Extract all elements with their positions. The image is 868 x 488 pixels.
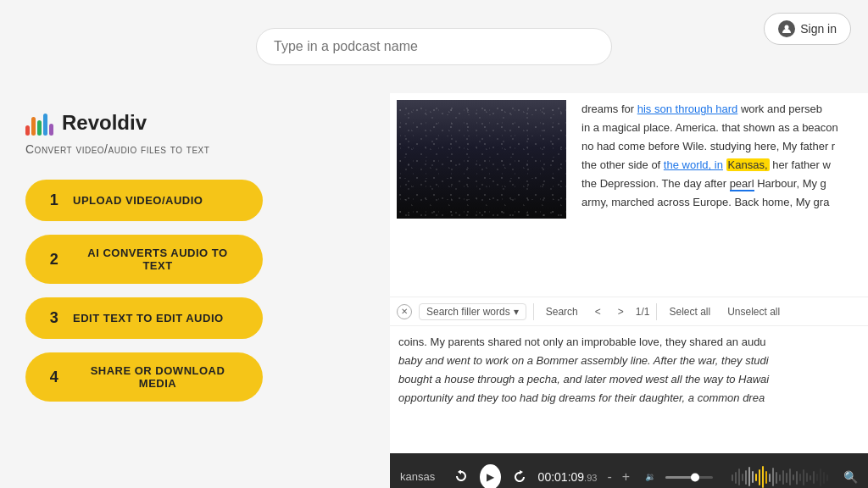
step-4-button[interactable]: 4 SHARE OR DOWNLOAD MEDIA — [25, 352, 263, 402]
transcript-italic-3: opportunity and they too had big dreams … — [398, 391, 765, 404]
transcript-line-1b: work and perseb — [737, 103, 822, 115]
result-counter: 1/1 — [636, 306, 650, 318]
step-2-label: AI CONVERTS AUDIO TO TEXT — [73, 247, 242, 272]
transcript-kansas: Kansas, — [726, 158, 770, 171]
step-4-label: SHARE OR DOWNLOAD MEDIA — [73, 364, 242, 390]
transcript-italic-2: bought a house through a pecha, and late… — [398, 373, 769, 385]
crowd-image — [397, 100, 566, 219]
step-3-label: EDIT TEXT TO EDIT AUDIO — [73, 312, 224, 324]
account-icon — [778, 20, 795, 37]
transcript-link-2: the world, in — [664, 158, 723, 171]
transcript-pearl: pearl — [730, 177, 754, 191]
svg-rect-23 — [796, 471, 798, 485]
rewind-button[interactable] — [453, 467, 470, 487]
svg-rect-18 — [779, 474, 781, 481]
svg-rect-12 — [759, 469, 760, 485]
sign-in-label: Sign in — [800, 22, 837, 36]
audio-track-label: kansas — [400, 470, 442, 483]
svg-rect-28 — [813, 471, 815, 484]
step-2-num: 2 — [46, 251, 63, 269]
svg-rect-16 — [772, 468, 774, 486]
prev-result-button[interactable]: < — [590, 304, 606, 319]
filler-dropdown-arrow: ▾ — [514, 306, 519, 318]
volume-controls: 🔉 — [640, 467, 715, 487]
more-transcript: coins. My parents shared not only an imp… — [390, 326, 868, 453]
logo: Revoldiv — [25, 110, 364, 136]
svg-rect-22 — [793, 474, 794, 480]
svg-rect-26 — [806, 473, 808, 482]
volume-down-button[interactable]: 🔉 — [640, 467, 660, 487]
play-pause-button[interactable]: ▶ — [480, 464, 501, 489]
svg-rect-10 — [752, 471, 754, 483]
search-icon-audio: 🔍 — [843, 470, 858, 484]
video-bg — [397, 100, 566, 219]
next-result-button[interactable]: > — [613, 304, 629, 319]
transcript-line-1: dreams for — [581, 103, 637, 115]
transcript-link-1: his son through hard — [637, 103, 738, 115]
svg-rect-30 — [820, 469, 821, 486]
transcript-display: dreams for his son through hard work and… — [573, 93, 868, 297]
svg-rect-8 — [745, 470, 747, 485]
logo-icon — [25, 110, 53, 136]
step-1-num: 1 — [46, 191, 63, 209]
svg-rect-24 — [799, 474, 801, 481]
svg-rect-13 — [762, 466, 764, 488]
toolbar-divider-1 — [533, 303, 534, 320]
svg-point-0 — [785, 25, 789, 30]
current-time-display: 00:01:09.93 — [538, 470, 598, 484]
step-4-num: 4 — [46, 369, 63, 386]
svg-rect-7 — [742, 474, 743, 481]
close-search-button[interactable]: ✕ — [397, 304, 412, 319]
header: Sign in — [0, 0, 868, 93]
step-3-num: 3 — [46, 309, 63, 327]
transcript-italic-label: coins. My parents shared not only an imp… — [398, 336, 766, 348]
svg-rect-31 — [823, 472, 825, 484]
svg-rect-14 — [765, 471, 767, 484]
svg-rect-15 — [769, 474, 771, 482]
svg-rect-29 — [816, 474, 818, 481]
logo-text: Revoldiv — [62, 111, 147, 135]
step-2-button[interactable]: 2 AI CONVERTS AUDIO TO TEXT — [25, 235, 263, 284]
tagline: Convert video/audio files to text — [25, 142, 364, 156]
podcast-search-input[interactable] — [256, 28, 612, 65]
transcript-line-2: in a magical place. America. that shown … — [581, 121, 838, 134]
svg-rect-11 — [755, 474, 757, 481]
volume-slider[interactable] — [664, 469, 715, 485]
transcript-italic-1: baby and went to work on a Bommer assemb… — [398, 354, 769, 367]
svg-point-3 — [691, 473, 699, 481]
transcript-line-5b: Harbour, My g — [754, 177, 826, 190]
transcript-line-5: the Depression. The day after — [581, 177, 730, 190]
svg-rect-6 — [738, 469, 740, 485]
svg-rect-5 — [735, 472, 737, 484]
filler-words-dropdown[interactable]: Search filler words ▾ — [419, 303, 526, 320]
video-thumbnail — [397, 100, 566, 219]
fast-forward-button[interactable] — [511, 467, 528, 487]
select-all-button[interactable]: Select all — [664, 304, 715, 319]
toolbar-divider-2 — [656, 303, 657, 320]
svg-rect-32 — [826, 474, 828, 481]
audio-waveform — [732, 462, 830, 488]
text-area: dreams for his son through hard work and… — [390, 93, 868, 297]
right-panel: dreams for his son through hard work and… — [390, 93, 868, 488]
sign-in-button[interactable]: Sign in — [764, 13, 851, 45]
svg-rect-17 — [776, 472, 777, 484]
step-1-button[interactable]: 1 UPLOAD VIDEO/AUDIO — [25, 180, 263, 221]
search-toolbar: ✕ Search filler words ▾ Search < > 1/1 S… — [390, 297, 868, 326]
transcript-line-3: no had come before Wile. studying here, … — [581, 140, 835, 152]
svg-rect-20 — [786, 473, 787, 483]
search-label[interactable]: Search — [541, 304, 583, 319]
svg-rect-27 — [810, 475, 811, 480]
audio-controls-bar: kansas ▶ 00:01:09.93 - + 🔉 — [390, 453, 868, 488]
transcript-line-4: the other side of — [581, 158, 664, 171]
unselect-all-button[interactable]: Unselect all — [722, 304, 785, 319]
svg-rect-25 — [803, 469, 804, 485]
svg-rect-21 — [789, 469, 791, 485]
step-3-button[interactable]: 3 EDIT TEXT TO EDIT AUDIO — [25, 297, 263, 339]
step-1-label: UPLOAD VIDEO/AUDIO — [73, 194, 203, 207]
filler-dropdown-label: Search filler words — [426, 306, 510, 318]
svg-rect-19 — [782, 470, 784, 485]
svg-rect-9 — [748, 467, 750, 486]
left-panel: Revoldiv Convert video/audio files to te… — [0, 93, 390, 432]
minus-icon: - — [607, 469, 611, 485]
transcript-line-6: army, marched across Europe. Back home, … — [581, 196, 829, 208]
